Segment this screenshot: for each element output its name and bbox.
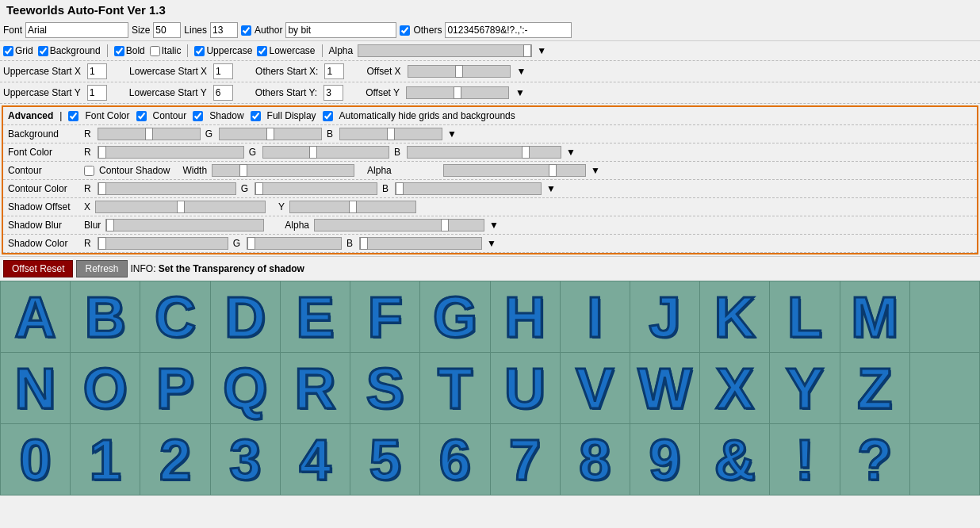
bg-r-slider[interactable] xyxy=(98,128,201,140)
preview-letter: I xyxy=(565,289,625,346)
contour-alpha-slider[interactable] xyxy=(443,164,586,177)
contour-color-row: Contour Color R G B ▼ xyxy=(3,180,977,198)
grid-cell: 2 xyxy=(140,424,210,495)
font-color-row-label: Font Color xyxy=(8,147,79,158)
full-display-checkbox[interactable] xyxy=(251,111,261,121)
italic-checkbox[interactable] xyxy=(150,46,160,56)
auto-hide-checkbox[interactable] xyxy=(323,111,333,121)
cc-r-slider[interactable] xyxy=(98,182,236,195)
offset-x-slider[interactable] xyxy=(408,65,511,78)
lowercase-checkbox[interactable] xyxy=(257,46,267,56)
contour-scroll: ▼ xyxy=(591,165,600,176)
sc-b-slider[interactable] xyxy=(359,237,482,250)
italic-checkbox-item: Italic xyxy=(150,45,182,56)
offset-y-slider[interactable] xyxy=(406,86,509,99)
fc-b-label: B xyxy=(394,147,400,158)
lowercase-y-input[interactable] xyxy=(213,85,233,101)
param-row-1: Uppercase Start X Lowercase Start X Othe… xyxy=(0,61,980,82)
sc-g-slider[interactable] xyxy=(247,237,342,250)
blur-label: Blur xyxy=(84,220,101,231)
font-input[interactable] xyxy=(25,22,128,38)
lines-label: Lines xyxy=(184,25,207,36)
preview-grid-lines: ABCDEFGHIJKLMNOPQRSTUVWXYZ0123456789&!? xyxy=(0,281,980,495)
adv-sep-1: | xyxy=(59,110,62,121)
shadow-y-slider[interactable] xyxy=(289,201,416,213)
grid-cell: X xyxy=(700,353,770,424)
grid-cell: H xyxy=(491,281,561,353)
bg-g-slider[interactable] xyxy=(219,128,322,140)
author-input[interactable] xyxy=(285,22,396,38)
bg-b-slider[interactable] xyxy=(339,128,442,140)
sc-r-slider[interactable] xyxy=(98,237,228,250)
info-content: Set the Transparency of shadow xyxy=(159,263,304,274)
grid-cell-empty xyxy=(910,353,980,424)
grid-cell: O xyxy=(71,353,140,424)
others-x-input[interactable] xyxy=(324,63,344,79)
blur-slider[interactable] xyxy=(105,219,264,231)
lowercase-checkbox-item: Lowercase xyxy=(257,45,315,56)
lines-input[interactable] xyxy=(210,22,238,38)
fc-b-slider[interactable] xyxy=(407,146,561,159)
uppercase-y-label: Uppercase Start Y xyxy=(3,87,81,98)
author-checkbox[interactable] xyxy=(241,25,251,36)
cc-g-slider[interactable] xyxy=(255,182,377,195)
italic-label: Italic xyxy=(162,45,182,56)
grid-cell: 3 xyxy=(211,424,281,495)
shadow-offset-row: Shadow Offset X Y xyxy=(3,198,977,216)
shadow-x-slider[interactable] xyxy=(95,201,266,213)
bold-checkbox[interactable] xyxy=(114,46,124,56)
refresh-button[interactable]: Refresh xyxy=(76,260,127,277)
grid-cell: M xyxy=(840,281,910,353)
grid-cell: J xyxy=(630,281,700,353)
grid-cell: K xyxy=(700,281,770,353)
shadow-alpha-slider[interactable] xyxy=(314,219,484,231)
app-window: Teeworlds Auto-Font Ver 1.3 Font Size Li… xyxy=(0,0,980,495)
preview-letter: N xyxy=(6,360,65,417)
offset-reset-button[interactable]: Offset Reset xyxy=(3,260,73,277)
grid-cell: T xyxy=(420,353,490,424)
grid-cell: ! xyxy=(770,424,840,495)
preview-letter: V xyxy=(565,360,625,417)
lowercase-x-input[interactable] xyxy=(213,63,233,79)
preview-letter: 0 xyxy=(6,431,65,488)
fc-g-slider[interactable] xyxy=(262,146,389,159)
grid-cell: 6 xyxy=(420,424,490,495)
uppercase-y-input[interactable] xyxy=(87,85,107,101)
uppercase-x-input[interactable] xyxy=(87,63,107,79)
preview-letter: ? xyxy=(845,431,905,488)
size-input[interactable] xyxy=(153,22,181,38)
preview-letter: M xyxy=(845,289,905,346)
preview-letter: 8 xyxy=(565,431,625,488)
grid-cell: Y xyxy=(770,353,840,424)
preview-letter: D xyxy=(216,289,275,346)
bg-r-label: R xyxy=(84,128,91,140)
grid-cell: D xyxy=(211,281,281,353)
grid-cell: 4 xyxy=(281,424,350,495)
background-checkbox[interactable] xyxy=(38,46,48,56)
fc-r-slider[interactable] xyxy=(98,146,244,159)
alpha-slider[interactable] xyxy=(358,44,532,57)
grid-checkbox-item: Grid xyxy=(3,45,33,56)
advanced-title: Advanced xyxy=(8,110,53,121)
font-color-adv-checkbox[interactable] xyxy=(68,111,78,121)
sc-g-label: G xyxy=(233,238,240,249)
preview-letter: O xyxy=(75,360,135,417)
cc-b-slider[interactable] xyxy=(395,182,542,195)
preview-letter: 3 xyxy=(216,431,275,488)
grid-cell: B xyxy=(71,281,140,353)
others-checkbox[interactable] xyxy=(400,25,410,36)
grid-checkbox[interactable] xyxy=(3,46,13,56)
preview-letter: W xyxy=(635,360,695,417)
cc-b-label: B xyxy=(382,183,389,194)
lowercase-x-label: Lowercase Start X xyxy=(129,66,207,77)
others-input[interactable] xyxy=(445,22,572,38)
contour-shadow-checkbox[interactable] xyxy=(84,166,94,176)
others-y-label: Others Start Y: xyxy=(255,87,317,98)
uppercase-checkbox[interactable] xyxy=(194,46,205,56)
author-label: Author xyxy=(255,25,282,36)
contour-adv-checkbox[interactable] xyxy=(136,111,147,121)
others-y-input[interactable] xyxy=(323,85,343,101)
contour-alpha-label: Alpha xyxy=(367,165,438,176)
contour-width-slider[interactable] xyxy=(212,164,354,177)
shadow-adv-checkbox[interactable] xyxy=(193,111,203,121)
